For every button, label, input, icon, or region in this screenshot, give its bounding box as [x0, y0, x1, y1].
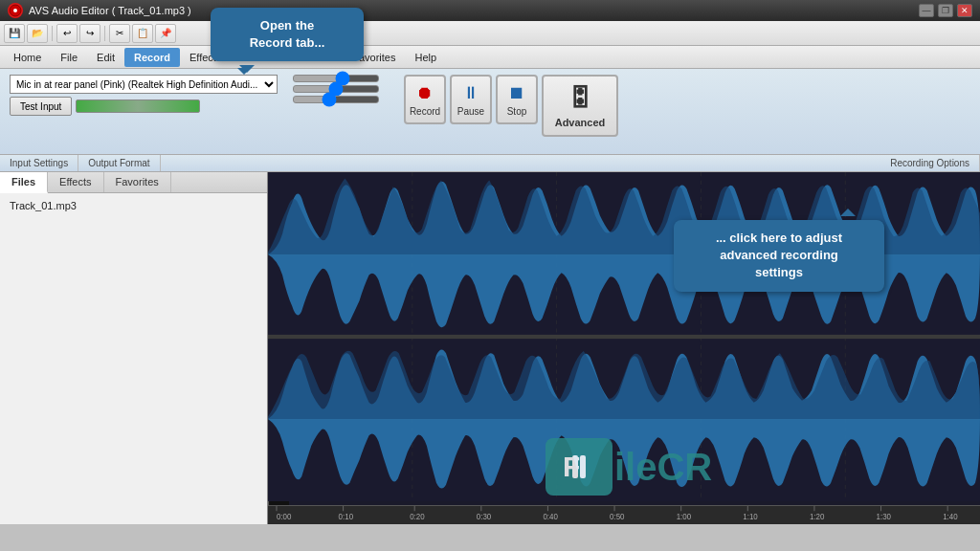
watermark-text: ileCR — [614, 446, 712, 489]
app-logo — [8, 3, 23, 18]
input-settings-area: Mic in at rear panel (Pink) (Realtek Hig… — [6, 73, 281, 118]
advanced-button[interactable]: 🎛 Advanced — [542, 75, 618, 137]
open-button[interactable]: 📂 — [27, 24, 48, 43]
title-bar-left: AVS Audio Editor ( Track_01.mp3 ) — [8, 3, 191, 18]
ribbon: Mic in at rear panel (Pink) (Realtek Hig… — [0, 69, 980, 155]
test-input-row: Test Input — [10, 97, 278, 116]
svg-point-1 — [13, 9, 17, 12]
input-level-bar — [76, 99, 200, 113]
record-icon: ⏺ — [416, 83, 434, 103]
output-format-label: Output Format — [78, 155, 160, 171]
tab-files-content: Track_01.mp3 — [0, 193, 267, 524]
pause-icon: ⏸ — [462, 83, 479, 103]
test-input-button[interactable]: Test Input — [10, 97, 72, 116]
advanced-icon: 🎛 — [568, 83, 592, 113]
timeline: 0:00 0:10 0:20 0:30 0:40 0:50 1:00 1:10 … — [268, 505, 980, 524]
record-buttons-area: ⏺ Record ⏸ Pause ⏹ Stop 🎛 Advanced — [402, 73, 620, 139]
tab-files[interactable]: Files — [0, 172, 48, 193]
file-item-track01[interactable]: Track_01.mp3 — [4, 197, 263, 214]
stop-icon: ⏹ — [508, 83, 525, 103]
toolbar-separator — [52, 26, 53, 41]
extra-slider[interactable] — [293, 96, 379, 103]
volume-sliders-area — [289, 73, 394, 105]
undo-button[interactable]: ↩ — [56, 24, 78, 43]
menu-record[interactable]: Record — [124, 48, 180, 67]
input-settings-label: Input Settings — [0, 155, 78, 171]
title-bar: AVS Audio Editor ( Track_01.mp3 ) — ❐ ✕ — [0, 0, 980, 21]
svg-rect-4 — [572, 455, 578, 478]
cut-button[interactable]: ✂ — [109, 24, 130, 43]
input-device-select[interactable]: Mic in at rear panel (Pink) (Realtek Hig… — [10, 75, 278, 94]
tabs-header: Files Effects Favorites — [0, 172, 267, 193]
menu-help[interactable]: Help — [406, 48, 447, 67]
record-button[interactable]: ⏺ Record — [404, 75, 446, 124]
record-label: Record — [410, 106, 440, 117]
section-labels-bar: Input Settings Output Format Recording O… — [0, 155, 980, 172]
minimize-button[interactable]: — — [919, 4, 934, 17]
tooltip-advanced-settings: ... click here to adjustadvanced recordi… — [674, 220, 884, 292]
menu-edit[interactable]: Edit — [87, 48, 124, 67]
menu-home[interactable]: Home — [4, 48, 51, 67]
svg-text:0:50: 0:50 — [610, 513, 625, 521]
menu-file[interactable]: File — [51, 48, 87, 67]
recording-options-label: Recording Options — [880, 155, 980, 171]
svg-text:0:30: 0:30 — [477, 513, 492, 521]
redo-button[interactable]: ↪ — [79, 24, 100, 43]
watermark-icon: F — [546, 438, 612, 496]
svg-text:1:20: 1:20 — [810, 513, 825, 521]
pause-button[interactable]: ⏸ Pause — [450, 75, 492, 124]
svg-text:0:20: 0:20 — [410, 513, 425, 521]
pause-label: Pause — [457, 106, 484, 117]
toolbar-separator-2 — [104, 26, 105, 41]
menu-bar: Home File Edit Record Effects ST Tools M… — [0, 46, 980, 69]
stop-button[interactable]: ⏹ Stop — [496, 75, 538, 124]
save-button[interactable]: 💾 — [4, 24, 25, 43]
tab-effects[interactable]: Effects — [48, 172, 103, 192]
svg-text:0:00: 0:00 — [277, 513, 292, 521]
waveform-container: ... click here to adjustadvanced recordi… — [268, 172, 980, 524]
paste-button[interactable]: 📌 — [155, 24, 176, 43]
svg-text:1:10: 1:10 — [743, 513, 758, 521]
svg-rect-5 — [580, 455, 586, 478]
advanced-label: Advanced — [555, 117, 606, 128]
main-area: Files Effects Favorites Track_01.mp3 ...… — [0, 172, 980, 524]
input-device-row: Mic in at rear panel (Pink) (Realtek Hig… — [10, 75, 278, 94]
tabs-panel: Files Effects Favorites Track_01.mp3 — [0, 172, 268, 524]
watermark: F ileCR — [546, 438, 712, 496]
restore-button[interactable]: ❐ — [938, 4, 953, 17]
close-button[interactable]: ✕ — [957, 4, 972, 17]
svg-text:1:00: 1:00 — [677, 513, 692, 521]
svg-text:1:30: 1:30 — [877, 513, 892, 521]
svg-text:0:10: 0:10 — [339, 513, 354, 521]
svg-text:1:40: 1:40 — [943, 513, 958, 521]
title-bar-controls: — ❐ ✕ — [919, 4, 972, 17]
extra-slider-row — [293, 96, 390, 103]
tab-favorites[interactable]: Favorites — [104, 172, 171, 192]
window-title: AVS Audio Editor ( Track_01.mp3 ) — [29, 5, 191, 16]
svg-text:0:40: 0:40 — [543, 513, 558, 521]
tooltip-record-tab: Open theRecord tab... — [211, 8, 364, 61]
quick-toolbar: 💾 📂 ↩ ↪ ✂ 📋 📌 — [0, 21, 980, 46]
svg-rect-14 — [268, 335, 980, 339]
stop-label: Stop — [507, 106, 527, 117]
copy-button[interactable]: 📋 — [132, 24, 153, 43]
